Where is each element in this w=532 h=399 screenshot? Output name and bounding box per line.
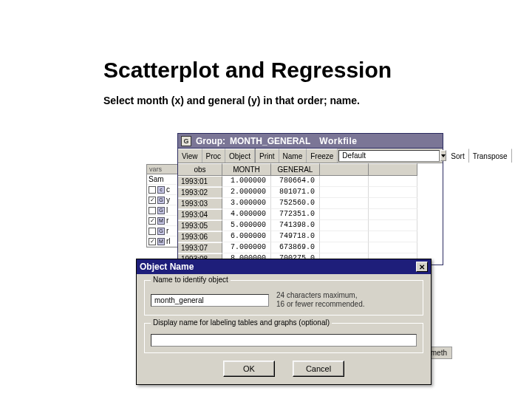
data-cell[interactable]: 749718.0 — [271, 231, 320, 242]
group-title-name: MONTH_GENERAL — [230, 136, 310, 146]
group-title-prefix: Group: — [196, 136, 225, 146]
data-cell[interactable] — [320, 220, 369, 231]
col-header-obs[interactable]: obs — [178, 163, 222, 176]
transpose-button[interactable]: Transpose — [469, 149, 512, 163]
group-window: G Group: MONTH_GENERAL Workfile View Pro… — [177, 133, 443, 265]
col-header-empty[interactable] — [369, 163, 417, 176]
sample-mode-input[interactable] — [338, 150, 440, 162]
checkbox-icon[interactable]: ✓ — [149, 238, 156, 245]
series-icon: M — [157, 217, 165, 225]
data-cell[interactable] — [320, 176, 369, 187]
data-cell[interactable] — [369, 176, 417, 187]
data-cell[interactable] — [369, 242, 417, 253]
data-cell[interactable] — [369, 209, 417, 220]
name-hint-line2: 16 or fewer recommended. — [276, 300, 365, 309]
variable-label: r — [166, 216, 168, 225]
chevron-down-icon — [441, 154, 446, 157]
dialog-button-row: OK Cancel — [144, 361, 423, 377]
name-hint: 24 characters maximum, 16 or fewer recom… — [276, 291, 365, 309]
slide-title: Scatterplot and Regression — [103, 58, 392, 83]
series-icon: G — [157, 228, 165, 235]
data-cell[interactable] — [320, 187, 369, 198]
variable-label: r — [166, 227, 168, 235]
data-cell[interactable]: 673869.0 — [271, 242, 320, 253]
variable-label: rl — [166, 237, 171, 245]
series-icon: c — [157, 186, 165, 194]
series-icon: G — [157, 197, 165, 204]
col-header-general[interactable]: GENERAL — [271, 163, 320, 176]
print-button[interactable]: Print — [256, 149, 279, 163]
col-header-empty[interactable] — [320, 163, 369, 176]
display-name-input[interactable] — [151, 334, 417, 347]
data-cell[interactable]: 6.000000 — [222, 231, 271, 242]
data-cell[interactable]: 801071.0 — [271, 187, 320, 198]
data-cell[interactable] — [369, 220, 417, 231]
variable-label: y — [166, 196, 170, 204]
checkbox-icon[interactable] — [149, 186, 156, 194]
series-icon: M — [157, 238, 165, 245]
group-toolbar: View Proc Object Print Name Freeze Sort … — [178, 149, 443, 163]
data-cell[interactable] — [320, 198, 369, 209]
data-cell[interactable]: 772351.0 — [271, 209, 320, 220]
group-titlebar[interactable]: G Group: MONTH_GENERAL Workfile — [178, 134, 443, 149]
data-cell[interactable] — [369, 198, 417, 209]
eviews-screenshot: ents\2-qmeth vars Sam c c ✓ G y G l ✓ M … — [103, 133, 458, 377]
data-cell[interactable]: 2.000000 — [222, 187, 271, 198]
dialog-titlebar[interactable]: Object Name ✕ — [137, 259, 431, 274]
data-cell[interactable] — [369, 231, 417, 242]
data-cell[interactable] — [320, 209, 369, 220]
data-grid: obs MONTH GENERAL 1993:01 1.000000 78066… — [178, 163, 443, 265]
data-cell[interactable]: 1.000000 — [222, 176, 271, 187]
view-button[interactable]: View — [178, 149, 202, 163]
checkbox-icon[interactable] — [149, 207, 156, 214]
sort-button[interactable]: Sort — [447, 149, 468, 163]
checkbox-icon[interactable] — [149, 228, 156, 235]
cancel-button[interactable]: Cancel — [293, 361, 344, 377]
display-name-group: Display name for labeling tables and gra… — [144, 323, 423, 353]
data-cell[interactable]: 5.000000 — [222, 220, 271, 231]
series-icon: G — [157, 207, 165, 214]
object-name-dialog: Object Name ✕ Name to identify object 24… — [136, 259, 432, 385]
row-header[interactable]: 1993:06 — [178, 231, 222, 242]
object-name-input[interactable] — [151, 294, 269, 307]
row-header[interactable]: 1993:07 — [178, 242, 222, 253]
data-cell[interactable] — [320, 242, 369, 253]
ok-button[interactable]: OK — [223, 361, 275, 377]
object-button[interactable]: Object — [225, 149, 255, 163]
group-system-icon[interactable]: G — [181, 136, 191, 146]
data-cell[interactable]: 4.000000 — [222, 209, 271, 220]
data-cell[interactable]: 780664.0 — [271, 176, 320, 187]
data-cell[interactable] — [369, 187, 417, 198]
dialog-body: Name to identify object 24 characters ma… — [137, 274, 431, 384]
checkbox-icon[interactable]: ✓ — [149, 197, 156, 204]
data-cell[interactable]: 741398.0 — [271, 220, 320, 231]
slide-subtitle: Select month (x) and general (y) in that… — [103, 95, 360, 106]
col-header-month[interactable]: MONTH — [222, 163, 271, 176]
name-hint-line1: 24 characters maximum, — [276, 291, 365, 300]
row-header[interactable]: 1993:02 — [178, 187, 222, 198]
data-cell[interactable] — [320, 231, 369, 242]
name-legend: Name to identify object — [151, 276, 231, 284]
variable-label: c — [166, 185, 170, 194]
freeze-button[interactable]: Freeze — [307, 149, 338, 163]
name-group: Name to identify object 24 characters ma… — [144, 280, 423, 316]
close-button[interactable]: ✕ — [416, 262, 428, 272]
group-title-workfile: Workfile — [319, 136, 357, 146]
sample-mode-dropdown[interactable] — [440, 150, 446, 161]
row-header[interactable]: 1993:01 — [178, 176, 222, 187]
row-header[interactable]: 1993:04 — [178, 209, 222, 220]
row-header[interactable]: 1993:05 — [178, 220, 222, 231]
data-cell[interactable]: 752560.0 — [271, 198, 320, 209]
display-name-legend: Display name for labeling tables and gra… — [151, 318, 332, 327]
checkbox-icon[interactable]: ✓ — [149, 217, 156, 225]
close-icon: ✕ — [419, 263, 425, 271]
data-cell[interactable]: 3.000000 — [222, 198, 271, 209]
name-button[interactable]: Name — [279, 149, 307, 163]
sample-label: Sam — [149, 175, 164, 183]
row-header[interactable]: 1993:03 — [178, 198, 222, 209]
proc-button[interactable]: Proc — [202, 149, 226, 163]
dialog-title: Object Name — [140, 262, 194, 272]
data-cell[interactable]: 7.000000 — [222, 242, 271, 253]
variable-label: l — [166, 206, 168, 214]
